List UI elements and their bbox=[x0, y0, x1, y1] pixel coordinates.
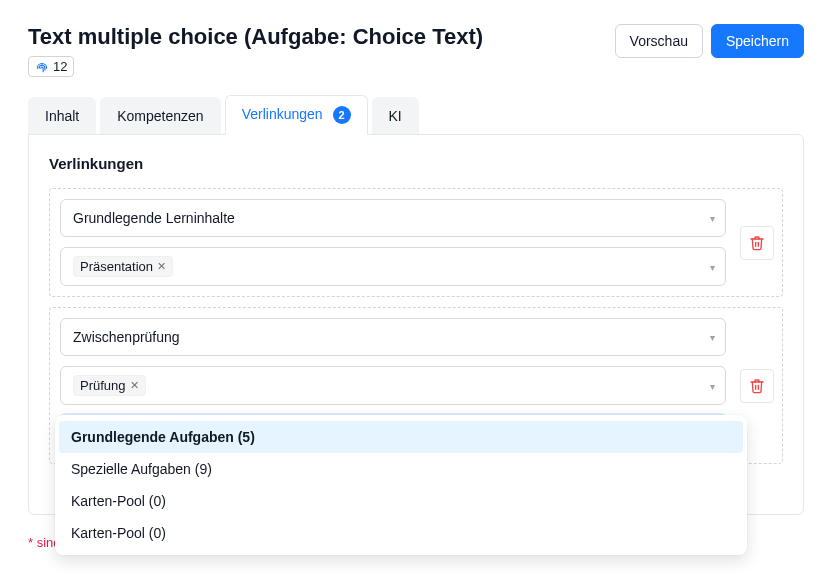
delete-group-button[interactable] bbox=[740, 226, 774, 260]
trash-icon bbox=[749, 235, 765, 251]
delete-group-button[interactable] bbox=[740, 369, 774, 403]
fingerprint-icon bbox=[35, 60, 49, 74]
chevron-down-icon: ▾ bbox=[710, 332, 715, 343]
tabs: Inhalt Kompetenzen Verlinkungen 2 KI bbox=[28, 95, 804, 135]
save-button[interactable]: Speichern bbox=[711, 24, 804, 58]
tag-select[interactable]: Präsentation ✕ ▾ bbox=[60, 247, 726, 286]
tag-label: Präsentation bbox=[80, 259, 153, 274]
selected-tag: Prüfung ✕ bbox=[73, 375, 146, 396]
tab-ai[interactable]: KI bbox=[372, 97, 419, 135]
category-select[interactable]: Grundlegende Lerninhalte ▾ bbox=[60, 199, 726, 237]
preview-button[interactable]: Vorschau bbox=[615, 24, 703, 58]
tab-links[interactable]: Verlinkungen 2 bbox=[225, 95, 368, 135]
link-group: Grundlegende Lerninhalte ▾ Präsentation … bbox=[49, 188, 783, 297]
tab-label: Kompetenzen bbox=[117, 108, 203, 124]
select-value: Zwischenprüfung bbox=[73, 329, 180, 345]
chevron-down-icon: ▾ bbox=[710, 380, 715, 391]
tab-competencies[interactable]: Kompetenzen bbox=[100, 97, 220, 135]
category-select[interactable]: Zwischenprüfung ▾ bbox=[60, 318, 726, 356]
tab-label: KI bbox=[389, 108, 402, 124]
select-value: Grundlegende Lerninhalte bbox=[73, 210, 235, 226]
tab-badge: 2 bbox=[333, 106, 351, 124]
tab-content[interactable]: Inhalt bbox=[28, 97, 96, 135]
selected-tag: Präsentation ✕ bbox=[73, 256, 173, 277]
chevron-down-icon: ▾ bbox=[710, 261, 715, 272]
select-option[interactable]: Spezielle Aufgaben (9) bbox=[59, 453, 743, 485]
tag-remove-icon[interactable]: ✕ bbox=[157, 260, 166, 273]
tab-label: Inhalt bbox=[45, 108, 79, 124]
page-title: Text multiple choice (Aufgabe: Choice Te… bbox=[28, 24, 483, 50]
trash-icon bbox=[749, 378, 765, 394]
tag-remove-icon[interactable]: ✕ bbox=[130, 379, 139, 392]
token-badge[interactable]: 12 bbox=[28, 56, 74, 77]
select-option[interactable]: Karten-Pool (0) bbox=[59, 485, 743, 517]
select-option[interactable]: Karten-Pool (0) bbox=[59, 517, 743, 549]
select-option[interactable]: Grundlegende Aufgaben (5) bbox=[59, 421, 743, 453]
tag-label: Prüfung bbox=[80, 378, 126, 393]
section-title: Verlinkungen bbox=[49, 155, 783, 172]
tab-label: Verlinkungen bbox=[242, 106, 323, 122]
chevron-down-icon: ▾ bbox=[710, 213, 715, 224]
tag-select[interactable]: Prüfung ✕ ▾ bbox=[60, 366, 726, 405]
select-dropdown: Grundlegende Aufgaben (5) Spezielle Aufg… bbox=[55, 415, 747, 555]
token-count: 12 bbox=[53, 59, 67, 74]
